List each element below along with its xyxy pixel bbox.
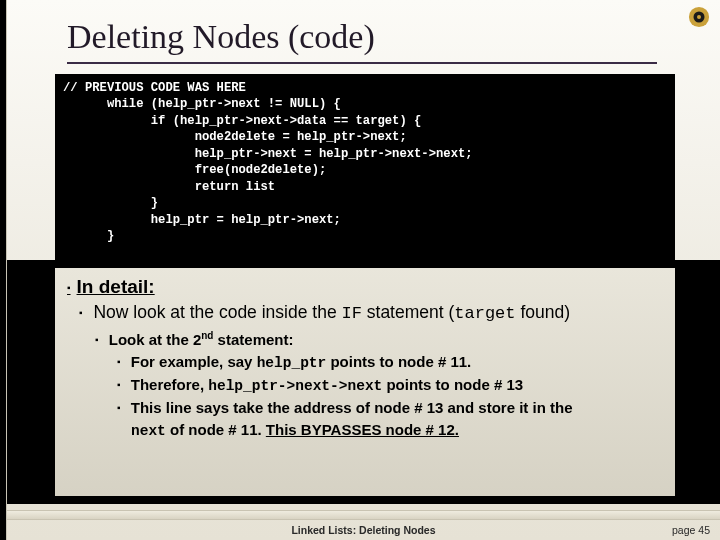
detail-sub-1: Look at the 2nd statement: [95,329,663,351]
title-underline [67,62,657,64]
text: Now look at the code inside the [93,302,341,322]
text: points to node # 11. [326,353,471,370]
code-inline-helpptr: help_ptr [257,355,327,371]
code-line: } [63,196,158,210]
detail-box: In detail: Now look at the code inside t… [55,268,675,496]
code-inline-next: next [131,423,166,439]
code-line: while (help_ptr->next != NULL) { [63,97,341,111]
text: statement ( [362,302,454,322]
detail-heading: In detail: [67,276,663,298]
text: points to node # 13 [382,376,523,393]
footer-page-number: page 45 [672,524,710,536]
detail-bullet-3b: next of node # 11. This BYPASSES node # … [131,419,663,442]
text: found) [516,302,570,322]
detail-line-1: Now look at the code inside the IF state… [79,302,663,323]
code-line: node2delete = help_ptr->next; [63,130,407,144]
detail-bullet-2: Therefore, help_ptr->next->next points t… [117,374,663,397]
slide-body: Deleting Nodes (code) // PREVIOUS CODE W… [6,0,720,540]
svg-point-2 [697,15,701,19]
code-inline-target: target [454,304,515,323]
code-line: help_ptr = help_ptr->next; [63,213,341,227]
detail-bullet-1: For example, say help_ptr points to node… [117,351,663,374]
ordinal-suffix: nd [201,330,213,341]
code-line: help_ptr->next = help_ptr->next->next; [63,147,473,161]
ucf-pegasus-logo-icon [688,6,710,28]
code-inline-nextnext: help_ptr->next->next [208,378,382,394]
code-pre: // PREVIOUS CODE WAS HERE while (help_pt… [63,80,667,245]
text: This line says take the address of node … [131,399,573,416]
code-line: } [63,229,114,243]
text: Therefore, [131,376,209,393]
text: Look at the 2 [109,331,202,348]
code-block: // PREVIOUS CODE WAS HERE while (help_pt… [55,74,675,262]
code-line: free(node2delete); [63,163,326,177]
code-line: return list [63,180,275,194]
code-line: // PREVIOUS CODE WAS HERE [63,81,246,95]
code-line: if (help_ptr->next->data == target) { [63,114,421,128]
code-inline-if: IF [342,304,362,323]
text: For example, say [131,353,257,370]
detail-bullet-3a: This line says take the address of node … [117,397,663,419]
emphasis-bypass: This BYPASSES node # 12. [266,421,459,438]
text: statement: [213,331,293,348]
slide-root: Deleting Nodes (code) // PREVIOUS CODE W… [0,0,720,540]
text: of node # 11. [166,421,266,438]
slide-title: Deleting Nodes (code) [67,18,375,56]
footer-divider-bar [7,510,720,520]
footer-center-text: Linked Lists: Deleting Nodes [7,524,720,536]
